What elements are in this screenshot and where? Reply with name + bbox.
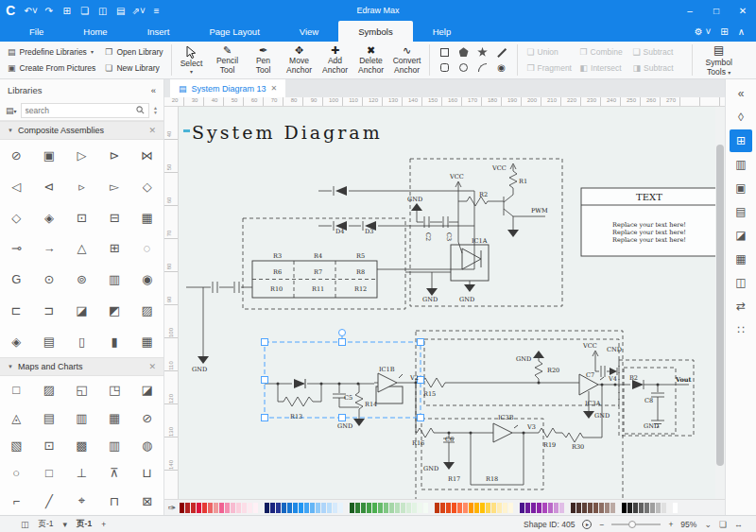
print-icon[interactable]: ▤ bbox=[112, 3, 129, 18]
symbol-thumbnail[interactable]: ◍ bbox=[137, 435, 158, 455]
symbol-thumbnail[interactable]: ▤ bbox=[39, 331, 60, 352]
drawing-canvas[interactable]: System Diagram TEXTReplace your text her… bbox=[179, 107, 715, 499]
color-swatch[interactable] bbox=[650, 503, 655, 513]
symbol-thumbnail[interactable]: ◌ bbox=[137, 238, 158, 259]
collapse-sidebar-icon[interactable]: « bbox=[151, 85, 156, 95]
color-swatch[interactable] bbox=[503, 503, 507, 513]
symbol-thumbnail[interactable]: ◁ bbox=[6, 176, 26, 197]
symbol-thumbnail[interactable]: ⊲ bbox=[39, 176, 60, 197]
menu-tab-help[interactable]: Help bbox=[413, 21, 472, 42]
symbol-thumbnail[interactable]: ⊚ bbox=[71, 269, 92, 290]
color-swatch[interactable] bbox=[508, 503, 513, 513]
section-header-maps-charts[interactable]: ▼ Maps and Charts ✕ bbox=[0, 357, 163, 376]
zoom-in-button[interactable]: + bbox=[668, 520, 673, 529]
symbol-thumbnail[interactable]: ⊏ bbox=[6, 300, 26, 321]
symbol-thumbnail[interactable]: ⊠ bbox=[137, 490, 158, 511]
color-swatch[interactable] bbox=[384, 503, 388, 513]
symbol-thumbnail[interactable]: ◉ bbox=[137, 269, 158, 290]
presentation-play-icon[interactable]: ▸ bbox=[582, 520, 592, 529]
fill-color-icon[interactable]: ✑ bbox=[168, 503, 176, 513]
symbol-thumbnail[interactable]: ⊓ bbox=[104, 490, 125, 511]
color-swatch[interactable] bbox=[248, 503, 252, 513]
color-swatch[interactable] bbox=[395, 503, 400, 513]
save-icon[interactable]: ◫ bbox=[94, 3, 111, 18]
symbol-thumbnail[interactable]: ⌖ bbox=[71, 490, 92, 511]
symbol-thumbnail[interactable]: ◇ bbox=[6, 207, 26, 228]
image-panel-icon[interactable]: ▥ bbox=[730, 153, 752, 176]
color-swatch[interactable] bbox=[185, 503, 190, 513]
symbol-tools-button[interactable]: ▤ Symbol Tools ▾ bbox=[696, 42, 742, 78]
search-input[interactable] bbox=[26, 106, 137, 115]
color-swatch[interactable] bbox=[582, 503, 587, 513]
color-swatch[interactable] bbox=[406, 503, 411, 513]
color-swatch[interactable] bbox=[667, 503, 672, 513]
section-header-composite-assemblies[interactable]: ▼ Composite Assemblies ✕ bbox=[0, 121, 163, 140]
symbol-thumbnail[interactable]: ▯ bbox=[71, 331, 92, 352]
color-swatch[interactable] bbox=[350, 503, 354, 513]
color-swatch[interactable] bbox=[316, 503, 320, 513]
color-swatch[interactable] bbox=[593, 503, 598, 513]
color-swatch[interactable] bbox=[293, 503, 298, 513]
color-swatch[interactable] bbox=[463, 503, 468, 513]
symbol-thumbnail[interactable]: ◈ bbox=[39, 207, 60, 228]
symbol-thumbnail[interactable]: ⊙ bbox=[39, 269, 60, 290]
create-from-pictures-button[interactable]: ▣Create From Pictures bbox=[8, 63, 95, 73]
menu-tab-file[interactable]: File bbox=[9, 21, 63, 42]
symbol-thumbnail[interactable]: ◳ bbox=[104, 380, 125, 401]
color-swatch[interactable] bbox=[333, 503, 337, 513]
distribute-panel-icon[interactable]: ∷ bbox=[730, 318, 752, 341]
color-swatch[interactable] bbox=[299, 503, 303, 513]
color-swatch[interactable] bbox=[282, 503, 286, 513]
open-library-button[interactable]: ❐Open Library bbox=[105, 47, 163, 57]
shape-square-button[interactable] bbox=[438, 45, 452, 59]
symbol-thumbnail[interactable]: ⊞ bbox=[104, 238, 125, 259]
select-tool-button[interactable]: Select ▾ bbox=[176, 43, 208, 77]
maximize-button[interactable]: □ bbox=[703, 0, 730, 21]
page-list-label[interactable]: 页-1 bbox=[39, 519, 54, 530]
symbol-thumbnail[interactable]: ◪ bbox=[71, 300, 92, 321]
color-swatch[interactable] bbox=[440, 503, 445, 513]
color-swatch[interactable] bbox=[270, 503, 275, 513]
zoom-caret-icon[interactable]: ⌄ bbox=[704, 520, 712, 529]
color-swatch[interactable] bbox=[469, 503, 473, 513]
convert-anchor-button[interactable]: ∿ConvertAnchor bbox=[389, 43, 425, 77]
color-swatch[interactable] bbox=[418, 503, 422, 513]
new-library-button[interactable]: ❏New Library bbox=[105, 63, 163, 73]
settings-gear-icon[interactable]: ⚙ ˅ bbox=[695, 26, 712, 37]
color-swatch[interactable] bbox=[497, 503, 502, 513]
current-page-tab[interactable]: 页-1 bbox=[77, 519, 92, 530]
shape-arc-button[interactable] bbox=[476, 61, 490, 75]
color-swatch[interactable] bbox=[633, 503, 638, 513]
color-swatch[interactable] bbox=[225, 503, 230, 513]
pen-tool-button[interactable]: ✒PenTool bbox=[246, 43, 282, 77]
color-swatch[interactable] bbox=[644, 503, 649, 513]
symbol-thumbnail[interactable]: ▹ bbox=[71, 176, 92, 197]
move-anchor-button[interactable]: ✥MoveAnchor bbox=[282, 43, 318, 77]
spinner-arrows[interactable]: ▲▼ bbox=[153, 106, 158, 115]
shape-pentagon-button[interactable] bbox=[457, 45, 471, 59]
color-swatch[interactable] bbox=[389, 503, 394, 513]
minimize-button[interactable]: – bbox=[677, 0, 703, 21]
color-swatch[interactable] bbox=[446, 503, 451, 513]
color-swatch[interactable] bbox=[214, 503, 218, 513]
color-swatch[interactable] bbox=[599, 503, 604, 513]
symbol-thumbnail[interactable]: ⊡ bbox=[39, 435, 60, 455]
color-swatch[interactable] bbox=[673, 503, 678, 513]
color-swatch[interactable] bbox=[208, 503, 213, 513]
symbol-thumbnail[interactable]: ◪ bbox=[137, 380, 158, 401]
menu-tab-insert[interactable]: Insert bbox=[128, 21, 190, 42]
symbol-library-icon[interactable]: ⊞ bbox=[730, 129, 752, 152]
shape-circle-button[interactable] bbox=[457, 61, 471, 75]
symbol-thumbnail[interactable]: ╱ bbox=[39, 490, 60, 511]
symbol-thumbnail[interactable]: ⊘ bbox=[6, 145, 26, 165]
symbol-thumbnail[interactable]: □ bbox=[6, 380, 26, 401]
color-swatch[interactable] bbox=[219, 503, 224, 513]
symbol-thumbnail[interactable]: ⊸ bbox=[6, 238, 26, 259]
color-swatch[interactable] bbox=[202, 503, 207, 513]
symbol-thumbnail[interactable]: ▷ bbox=[71, 145, 92, 165]
chart-panel-icon[interactable]: ◪ bbox=[730, 224, 752, 247]
fill-style-icon[interactable]: ◊ bbox=[730, 106, 752, 129]
symbol-thumbnail[interactable]: ◇ bbox=[137, 176, 158, 197]
symbol-thumbnail[interactable]: ◬ bbox=[6, 407, 26, 428]
symbol-thumbnail[interactable]: ▮ bbox=[104, 331, 125, 352]
